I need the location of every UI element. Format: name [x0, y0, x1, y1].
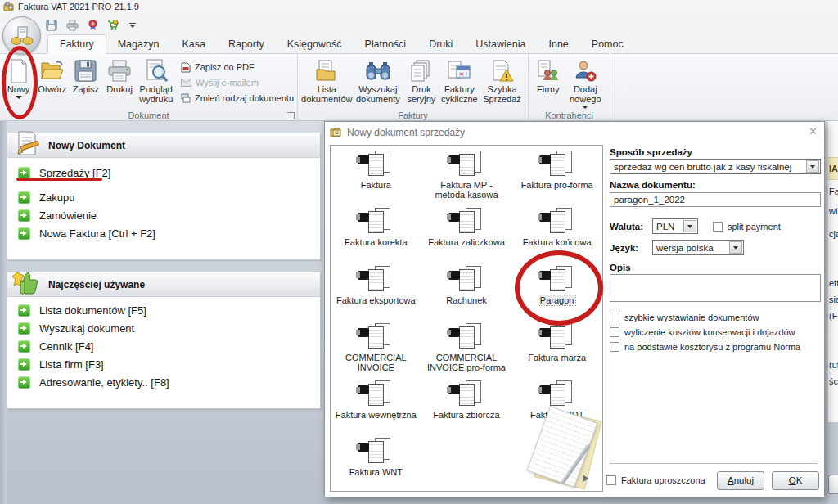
document-icon [357, 266, 394, 294]
group-label-kontrahenci: Kontrahenci [529, 110, 610, 120]
new-document-icon [9, 57, 29, 84]
sposob-sprzedazy-select[interactable]: sprzedaż wg cen brutto jak z kasy fiskal… [610, 159, 821, 174]
split-payment-checkbox[interactable] [713, 222, 723, 232]
tab-faktury[interactable]: Faktury [47, 34, 106, 54]
tab-ksiegowosc[interactable]: Księgowość [276, 35, 354, 53]
tab-pomoc[interactable]: Pomoc [580, 35, 635, 53]
sidebar-item-zamowienie[interactable]: Zamówienie [7, 206, 320, 224]
tab-inne[interactable]: Inne [537, 35, 579, 53]
doc-type-korekta[interactable]: Faktura korekta [331, 205, 421, 262]
otworz-button[interactable]: Otwórz [35, 56, 69, 108]
sidebar-item-label: Nowa Faktura [Ctrl + F2] [39, 227, 155, 240]
dialog-launcher-icon[interactable] [287, 112, 295, 119]
main-area: Nowy Dokument Sprzedaży [F2] Zakupu Zamó… [0, 121, 838, 504]
chevron-down-icon[interactable] [683, 220, 696, 232]
wyszukaj-dokumenty-button[interactable]: Wyszukaj dokumenty [353, 56, 404, 108]
wyslij-email-button[interactable]: Wyślij e-mailem [181, 76, 294, 89]
doc-type-wewnetrzna[interactable]: Faktura wewnętrzna [331, 377, 421, 434]
sidebar-item-adresowanie[interactable]: Adresowanie, etykiety.. [F8] [7, 373, 320, 391]
dialog-footer: Faktura uproszczona Anuluj OK [606, 470, 819, 490]
sidebar-item-nowa-faktura[interactable]: Nowa Faktura [Ctrl + F2] [7, 224, 320, 242]
faktura-uproszczona-checkbox[interactable] [606, 475, 616, 485]
nowy-button[interactable]: Nowy [2, 56, 35, 108]
druk-seryjny-button[interactable]: Druk seryjny [403, 56, 439, 108]
doc-type-faktura[interactable]: Faktura [331, 147, 421, 205]
edge-fragment: wi [829, 206, 837, 216]
edge-fragment: ści [829, 376, 838, 386]
doc-type-rachunek[interactable]: Rachunek [421, 263, 512, 320]
edge-fragment: ruf [829, 360, 838, 370]
doc-type-eksportowa[interactable]: Faktura eksportowa [331, 263, 421, 320]
license-badge-icon[interactable] [86, 19, 99, 32]
sidebar-item-sprzedazy[interactable]: Sprzedaży [F2] [7, 164, 320, 182]
sidebar-item-wyszukaj-dokument[interactable]: Wyszukaj dokument [7, 319, 320, 337]
doc-type-commercial-invoice-pro-forma[interactable]: COMMERCIAL INVOICE pro-forma [421, 320, 512, 377]
jezyk-select[interactable]: wersja polska [652, 240, 744, 255]
waluta-select[interactable]: PLN [652, 218, 698, 234]
zapisz-button[interactable]: Zapisz [69, 56, 102, 108]
edge-fragment: sia [829, 295, 838, 304]
sidebar-item-lista-dokumentow[interactable]: Lista dokumentów [F5] [7, 301, 320, 319]
doc-type-koncowa[interactable]: Faktura końcowa [511, 205, 602, 262]
doc-type-pro-forma[interactable]: Faktura pro-forma [511, 147, 602, 205]
ok-button[interactable]: OK [772, 471, 819, 490]
application-menu-orb[interactable] [2, 16, 41, 55]
podglad-wydruku-button[interactable]: Podgląd wydruku [137, 56, 176, 108]
kosztorys-norma-checkbox[interactable] [610, 342, 619, 352]
jezyk-value: wersja polska [656, 243, 714, 253]
sidebar-item-cennik[interactable]: Cennik [F4] [7, 337, 320, 355]
document-icon [448, 151, 485, 178]
chevron-down-icon[interactable] [806, 160, 819, 173]
dodaj-nowego-dropdown-arrow[interactable] [582, 106, 588, 109]
panel-title: Nowy Dokument [48, 140, 125, 151]
doc-type-paragon[interactable]: Paragon [511, 263, 602, 320]
opis-textarea[interactable] [610, 274, 821, 302]
shop-cart-icon[interactable] [106, 19, 119, 32]
drukuj-button[interactable]: Drukuj [102, 56, 136, 108]
wyliczenie-kosztow-checkbox[interactable] [610, 327, 619, 337]
lista-dokumentow-button[interactable]: Lista dokumentów [301, 56, 353, 108]
doc-type-wnt[interactable]: Faktura WNT [331, 434, 421, 492]
nazwa-dokumentu-input[interactable] [610, 192, 821, 207]
doc-type-marza[interactable]: Faktura marża [511, 320, 602, 377]
doc-type-label: Faktura końcowa [523, 237, 592, 247]
chevron-down-icon[interactable] [729, 241, 742, 254]
firmy-button[interactable]: Firmy [532, 56, 565, 108]
doc-type-grid: Faktura Faktura MP - metoda kasowa Faktu… [330, 145, 603, 492]
tab-platnosci[interactable]: Płatności [353, 35, 417, 53]
ribbon-group-kontrahenci: Firmy Dodaj nowego Kontrahenci [529, 54, 610, 121]
waluta-value: PLN [656, 222, 674, 232]
tab-druki[interactable]: Druki [417, 35, 464, 53]
dodaj-nowego-button[interactable]: Dodaj nowego [565, 56, 606, 109]
dialog-form: Sposób sprzedaży sprzedaż wg cen brutto … [610, 145, 821, 352]
sidebar-item-zakupu[interactable]: Zakupu [7, 188, 320, 206]
document-icon [357, 438, 394, 466]
tab-raporty[interactable]: Raporty [217, 35, 276, 53]
zmien-rodzaj-button[interactable]: Zmień rodzaj dokumentu [181, 92, 294, 105]
cancel-button[interactable]: Anuluj [717, 471, 764, 490]
save-icon[interactable] [45, 19, 58, 32]
document-icon [448, 380, 485, 408]
sidebar-item-lista-firm[interactable]: Lista firm [F3] [7, 355, 320, 373]
split-payment-label: split payment [728, 222, 781, 232]
szybkie-wystawianie-checkbox[interactable] [610, 313, 619, 322]
szybka-sprzedaz-button[interactable]: Szybka Sprzedaż [480, 56, 525, 108]
doc-type-zbiorcza[interactable]: Faktura zbiorcza [421, 377, 512, 434]
doc-type-label: Faktura MP - metoda kasowa [426, 180, 507, 200]
tab-kasa[interactable]: Kasa [170, 35, 217, 53]
document-icon [357, 380, 394, 408]
doc-type-zaliczkowa[interactable]: Faktura zaliczkowa [421, 205, 512, 262]
tab-magazyn[interactable]: Magazyn [106, 35, 171, 53]
customize-qat-button[interactable] [127, 20, 138, 30]
doc-type-commercial-invoice[interactable]: COMMERCIAL INVOICE [331, 320, 421, 377]
nowy-dropdown-arrow[interactable] [16, 96, 22, 99]
sidebar-item-label: Adresowanie, etykiety.. [F8] [39, 376, 169, 389]
faktury-cykliczne-button[interactable]: Faktury cykliczne [439, 56, 480, 108]
tab-ustawienia[interactable]: Ustawienia [464, 35, 537, 53]
close-icon[interactable]: ✕ [809, 126, 818, 137]
dialog-title-bar: Nowy dokument sprzedaży ✕ [325, 122, 824, 143]
dodaj-nowego-label: Dodaj nowego [565, 84, 606, 104]
zapisz-do-pdf-button[interactable]: Zapisz do PDF [181, 61, 294, 74]
doc-type-faktura-mp[interactable]: Faktura MP - metoda kasowa [421, 147, 512, 205]
print-icon[interactable] [65, 19, 79, 32]
